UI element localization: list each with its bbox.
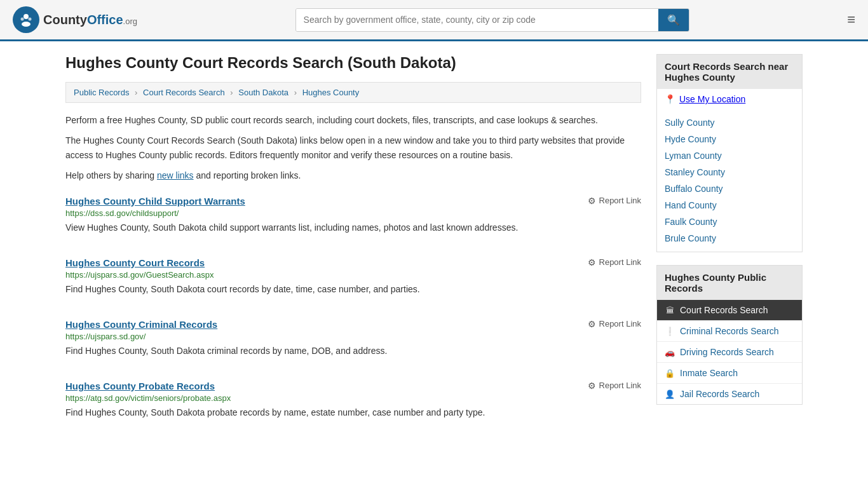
nearby-county-item: Sully County	[657, 114, 802, 131]
record-item: Hughes County Court Records ⚙ Report Lin…	[65, 257, 641, 306]
report-label: Report Link	[599, 319, 641, 329]
pub-record-item[interactable]: 🔒Inmate Search	[657, 363, 802, 384]
breadcrumb-sep-3: ›	[294, 88, 297, 97]
site-header: CountyOffice.org 🔍 ≡	[0, 0, 868, 41]
nearby-counties-list: Sully CountyHyde CountyLyman CountyStanl…	[657, 109, 802, 252]
record-item: Hughes County Criminal Records ⚙ Report …	[65, 319, 641, 368]
report-link[interactable]: ⚙ Report Link	[588, 381, 641, 391]
main-container: Hughes County Court Records Search (Sout…	[53, 41, 815, 442]
svg-point-3	[21, 18, 24, 21]
description-3-pre: Help others by sharing	[65, 170, 157, 180]
record-title-link[interactable]: Hughes County Child Support Warrants	[65, 196, 245, 207]
nearby-county-link[interactable]: Brule County	[665, 233, 716, 243]
pub-record-link[interactable]: Criminal Records Search	[680, 326, 779, 336]
pin-icon: 📍	[665, 94, 675, 104]
report-label: Report Link	[599, 381, 641, 390]
nearby-county-link[interactable]: Hyde County	[665, 134, 716, 144]
nearby-header: Court Records Search near Hughes County	[657, 55, 802, 89]
description-3: Help others by sharing new links and rep…	[65, 168, 641, 182]
report-icon: ⚙	[588, 319, 596, 329]
nearby-county-link[interactable]: Faulk County	[665, 217, 717, 227]
content-area: Hughes County Court Records Search (Sout…	[65, 54, 641, 430]
pub-record-item[interactable]: ❕Criminal Records Search	[657, 321, 802, 342]
rec-icon: ❕	[665, 327, 675, 336]
report-label: Report Link	[599, 196, 641, 205]
report-link[interactable]: ⚙ Report Link	[588, 319, 641, 329]
nearby-county-link[interactable]: Sully County	[665, 118, 715, 128]
nearby-county-link[interactable]: Hand County	[665, 200, 717, 210]
record-title-link[interactable]: Hughes County Court Records	[65, 257, 205, 268]
nearby-county-item: Lyman County	[657, 147, 802, 164]
nearby-county-item: Brule County	[657, 230, 802, 247]
record-item: Hughes County Child Support Warrants ⚙ R…	[65, 196, 641, 245]
breadcrumb-public-records[interactable]: Public Records	[74, 88, 129, 97]
record-desc: Find Hughes County, South Dakota crimina…	[65, 344, 641, 358]
svg-point-4	[29, 18, 32, 21]
public-records-list: 🏛Court Records Search❕Criminal Records S…	[657, 300, 802, 404]
search-button[interactable]: 🔍	[658, 9, 689, 31]
records-list: Hughes County Child Support Warrants ⚙ R…	[65, 196, 641, 430]
public-records-section: Hughes County Public Records 🏛Court Reco…	[656, 265, 803, 405]
pub-record-link[interactable]: Inmate Search	[680, 368, 738, 378]
nearby-county-item: Hyde County	[657, 131, 802, 147]
record-title-link[interactable]: Hughes County Probate Records	[65, 381, 215, 391]
nearby-counties-section: Court Records Search near Hughes County …	[656, 54, 803, 252]
search-input[interactable]	[296, 9, 658, 31]
nearby-county-item: Faulk County	[657, 214, 802, 230]
use-location-link[interactable]: Use My Location	[679, 94, 745, 104]
record-title-row: Hughes County Court Records ⚙ Report Lin…	[65, 257, 641, 268]
report-link[interactable]: ⚙ Report Link	[588, 257, 641, 268]
public-records-header: Hughes County Public Records	[657, 266, 802, 300]
logo-icon	[13, 6, 39, 33]
nearby-county-item: Hand County	[657, 197, 802, 214]
record-title-link[interactable]: Hughes County Criminal Records	[65, 319, 217, 330]
breadcrumb-sep-1: ›	[135, 88, 137, 97]
svg-point-2	[22, 22, 31, 27]
nearby-county-item: Stanley County	[657, 164, 802, 180]
record-url[interactable]: https://ujspars.sd.gov/GuestSearch.aspx	[65, 270, 641, 280]
description-3-post: and reporting broken links.	[194, 170, 301, 180]
rec-icon: 🔒	[665, 369, 675, 378]
pub-record-link[interactable]: Jail Records Search	[680, 389, 759, 399]
nearby-county-link[interactable]: Stanley County	[665, 167, 725, 177]
pub-record-item[interactable]: 🏛Court Records Search	[657, 300, 802, 321]
description-1: Perform a free Hughes County, SD public …	[65, 113, 641, 127]
description-2: The Hughes County Court Records Search (…	[65, 133, 641, 162]
search-icon: 🔍	[667, 15, 680, 25]
record-url[interactable]: https://dss.sd.gov/childsupport/	[65, 208, 641, 218]
report-label: Report Link	[599, 257, 641, 267]
report-link[interactable]: ⚙ Report Link	[588, 196, 641, 206]
pub-record-link[interactable]: Driving Records Search	[680, 347, 774, 357]
rec-icon: 🚗	[665, 348, 675, 357]
breadcrumb-hughes-county[interactable]: Hughes County	[302, 88, 360, 97]
record-url[interactable]: https://ujspars.sd.gov/	[65, 332, 641, 341]
svg-point-1	[24, 14, 29, 19]
pub-record-label: Court Records Search	[680, 305, 768, 315]
record-desc: Find Hughes County, South Dakota probate…	[65, 406, 641, 419]
record-item: Hughes County Probate Records ⚙ Report L…	[65, 381, 641, 430]
use-location[interactable]: 📍 Use My Location	[657, 89, 802, 109]
new-links-link[interactable]: new links	[157, 170, 194, 180]
breadcrumb-sep-2: ›	[230, 88, 233, 97]
report-icon: ⚙	[588, 257, 596, 268]
breadcrumb-court-records-search[interactable]: Court Records Search	[143, 88, 225, 97]
pub-record-item[interactable]: 🚗Driving Records Search	[657, 342, 802, 363]
record-title-row: Hughes County Child Support Warrants ⚙ R…	[65, 196, 641, 207]
pub-record-item[interactable]: 👤Jail Records Search	[657, 384, 802, 404]
nearby-county-link[interactable]: Buffalo County	[665, 184, 723, 194]
nearby-county-link[interactable]: Lyman County	[665, 151, 722, 161]
menu-icon[interactable]: ≡	[847, 11, 855, 28]
nearby-county-item: Buffalo County	[657, 180, 802, 197]
report-icon: ⚙	[588, 196, 596, 206]
record-desc: Find Hughes County, South Dakota court r…	[65, 283, 641, 296]
record-url[interactable]: https://atg.sd.gov/victim/seniors/probat…	[65, 393, 641, 403]
search-input-wrap: 🔍	[295, 8, 689, 32]
record-title-row: Hughes County Probate Records ⚙ Report L…	[65, 381, 641, 391]
breadcrumb-south-dakota[interactable]: South Dakota	[238, 88, 288, 97]
logo-area[interactable]: CountyOffice.org	[13, 6, 137, 33]
report-icon: ⚙	[588, 381, 596, 391]
page-title: Hughes County Court Records Search (Sout…	[65, 54, 641, 72]
record-title-row: Hughes County Criminal Records ⚙ Report …	[65, 319, 641, 330]
rec-icon: 👤	[665, 390, 675, 399]
record-desc: View Hughes County, South Dakota child s…	[65, 221, 641, 234]
